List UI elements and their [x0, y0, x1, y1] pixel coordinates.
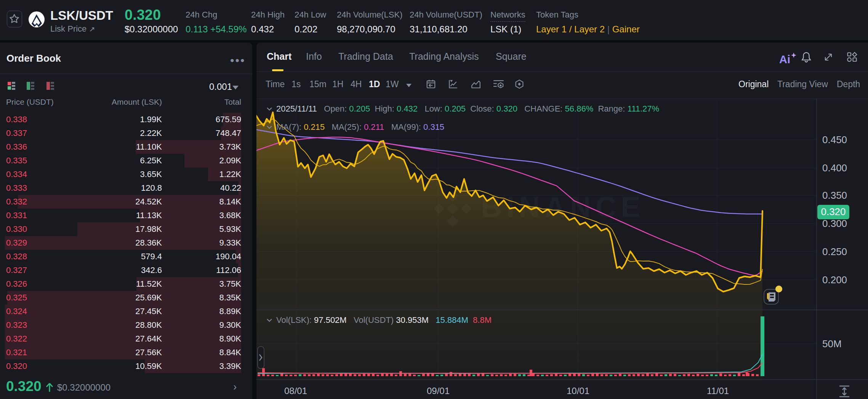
svg-text:0.450: 0.450 — [822, 134, 847, 145]
svg-text:0.250: 0.250 — [822, 246, 847, 257]
svg-text:0.300: 0.300 — [822, 218, 847, 229]
svg-text:Ai: Ai — [779, 53, 790, 65]
svg-text:09/01: 09/01 — [427, 386, 450, 396]
svg-text:11/01: 11/01 — [707, 386, 729, 396]
svg-text:50M: 50M — [822, 338, 842, 350]
svg-text:0.400: 0.400 — [822, 162, 847, 174]
svg-text:10/01: 10/01 — [567, 386, 589, 396]
svg-text:08/01: 08/01 — [284, 386, 307, 396]
svg-text:0.350: 0.350 — [822, 190, 847, 201]
svg-text:0.200: 0.200 — [822, 274, 847, 286]
svg-text:0.320: 0.320 — [821, 206, 846, 217]
